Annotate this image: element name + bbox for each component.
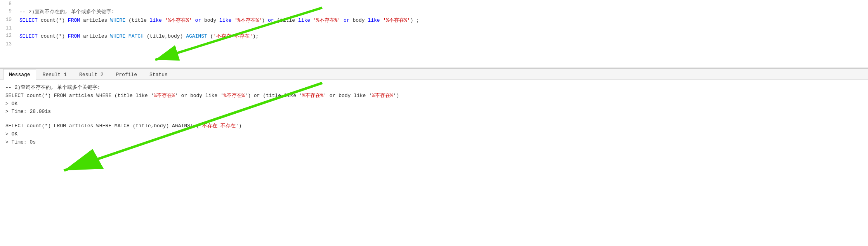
line-number-8: 8 [0,0,16,7]
code-line-10: 10 SELECT count(*) FROM articles WHERE (… [0,16,868,24]
line-number-12: 12 [0,32,16,40]
code-line-9: 9 -- 2)查询不存在的, 单个或多个关键字: [0,7,868,16]
line-content-13 [16,40,868,48]
str3: %不存在% [302,93,324,99]
message-panel: -- 2)查询不存在的, 单个或多个关键字: SELECT count(*) F… [0,80,868,189]
tabs-bar: Message Result 1 Result 2 Profile Status [0,69,868,80]
str4: %不存在% [372,93,393,99]
message-sql-line-2: SELECT count(*) FROM articles WHERE MATC… [5,122,863,130]
message-ok-1: > OK [5,100,863,108]
code-line-12: 12 SELECT count(*) FROM articles WHERE M… [0,32,868,40]
message-ok-2: > OK [5,130,863,139]
or1-keyword: or [181,93,187,99]
message-comment-line: -- 2)查询不存在的, 单个或多个关键字: [5,84,863,92]
message-time-1: > Time: 28.001s [5,108,863,116]
tab-result1[interactable]: Result 1 [37,69,73,80]
code-line-11: 11 [0,24,868,32]
line-number-9: 9 [0,7,16,16]
bottom-panel: Message Result 1 Result 2 Profile Status… [0,68,868,189]
message-sql-line: SELECT count(*) FROM articles WHERE (tit… [5,92,863,100]
str1: %不存在% [154,93,175,99]
line-number-10: 10 [0,16,16,24]
tab-result2[interactable]: Result 2 [73,69,109,80]
line-content-10: SELECT count(*) FROM articles WHERE (tit… [16,16,868,24]
line-number-11: 11 [0,24,16,32]
or3-keyword: or [330,93,336,99]
line-content-11 [16,24,868,32]
code-lines: 8 9 -- 2)查询不存在的, 单个或多个关键字: 10 SELECT cou… [0,0,868,48]
tab-message[interactable]: Message [3,69,36,80]
line-number-13: 13 [0,40,16,48]
code-line-13: 13 [0,40,868,48]
tab-profile[interactable]: Profile [110,69,143,80]
code-line-8: 8 [0,0,868,7]
line-content-9: -- 2)查询不存在的, 单个或多个关键字: [16,7,868,16]
message-time-2: > Time: 0s [5,139,863,147]
tab-status[interactable]: Status [144,69,174,80]
code-editor[interactable]: 8 9 -- 2)查询不存在的, 单个或多个关键字: 10 SELECT cou… [0,0,868,68]
str2: %不存在% [224,93,245,99]
str5: 不存在 不存在 [202,123,236,129]
line-content-12: SELECT count(*) FROM articles WHERE MATC… [16,32,868,40]
line-content-8 [16,0,868,7]
or2-keyword: or [254,93,260,99]
